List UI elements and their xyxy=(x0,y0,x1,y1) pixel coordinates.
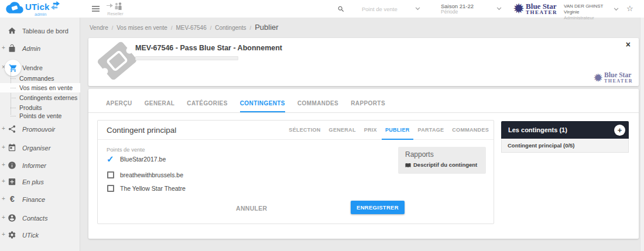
reseller-logo[interactable]: Reseller xyxy=(107,2,124,16)
app-window: UTick admin Reseller Point de vente xyxy=(0,0,644,251)
org-logo: ✹ Blue Star THEATER xyxy=(513,2,557,16)
sidebar-item-contacts[interactable]: + Contacts xyxy=(0,213,80,224)
expander-plus-icon[interactable]: + xyxy=(2,215,5,221)
breadcrumb-link[interactable]: MEV-67546 xyxy=(176,25,206,31)
tab-apercu[interactable]: APERÇU xyxy=(106,100,132,112)
topbar: UTick admin Reseller Point de vente xyxy=(0,0,644,18)
rapports-descriptif-link[interactable]: Descriptif du contingent xyxy=(405,161,477,168)
cancel-button[interactable]: ANNULER xyxy=(236,205,267,212)
checkbox-checked-icon: ✓ xyxy=(107,155,115,163)
search-icon[interactable] xyxy=(337,5,345,15)
sidebar-item-label: Organiser xyxy=(22,145,50,152)
subtab-general[interactable]: GENERAL xyxy=(329,121,356,139)
reseller-people-icon xyxy=(107,2,124,12)
breadcrumb-current: Publier xyxy=(255,23,278,32)
page-title: MEV-67546 - Pass Blue Star - Abonnement xyxy=(135,44,282,52)
expander-plus-icon[interactable]: + xyxy=(2,162,5,168)
sidebar-item-admin[interactable]: + Admin xyxy=(0,43,80,54)
scrollbar-track[interactable] xyxy=(640,18,644,251)
sidebar-item-utick[interactable]: + UTick xyxy=(0,230,80,240)
sidebar-item-label: Admin xyxy=(22,45,40,52)
sidebar-item-label: Vendre xyxy=(22,64,43,71)
person-icon xyxy=(8,214,17,223)
contingent-panel-header: Contingent principal SÉLECTION GENERAL P… xyxy=(98,121,494,140)
gears-icon xyxy=(8,231,17,240)
starburst-icon: ✹ xyxy=(593,72,603,84)
close-icon[interactable]: × xyxy=(626,40,631,49)
point-de-vente-dropdown[interactable]: Point de vente xyxy=(362,0,420,18)
checkbox-bluestar2017[interactable]: ✓ BlueStar2017.be xyxy=(107,154,166,164)
sidebar-item-vendre[interactable]: × Vendre xyxy=(0,63,80,73)
contingents-list-header: Les contingents (1) + xyxy=(501,121,629,139)
expander-plus-icon[interactable]: + xyxy=(2,196,5,202)
contingent-panel: Contingent principal SÉLECTION GENERAL P… xyxy=(97,120,494,224)
points-de-vente-label: Points de vente xyxy=(107,146,145,153)
breadcrumb-link[interactable]: Vos mises en vente xyxy=(117,25,167,31)
tab-categories[interactable]: CATÉGORIES xyxy=(187,100,227,112)
hamburger-menu-icon[interactable] xyxy=(92,6,100,12)
expander-plus-icon[interactable]: + xyxy=(2,145,5,150)
add-contingent-button[interactable]: + xyxy=(614,125,625,136)
sidebar-item-label: Promouvoir xyxy=(22,126,55,133)
point-de-vente-placeholder: Point de vente xyxy=(362,6,398,12)
chevron-down-icon xyxy=(415,7,420,11)
user-role: Administrateur xyxy=(564,15,614,21)
tab-contingents[interactable]: CONTINGENTS xyxy=(240,100,285,112)
sidebar-subitem-commandes[interactable]: Commandes xyxy=(0,74,80,83)
chevron-down-icon[interactable] xyxy=(614,8,619,11)
sidebar-item-label: Finance xyxy=(22,196,45,203)
book-icon xyxy=(405,162,411,168)
contingent-subtabs: SÉLECTION GENERAL PRIX PUBLIER PARTAGE C… xyxy=(289,121,489,139)
share-icon xyxy=(8,125,17,134)
expander-plus-icon[interactable]: + xyxy=(2,45,5,51)
breadcrumb-link[interactable]: Contingents xyxy=(215,25,246,31)
subtab-commandes[interactable]: COMMANDES xyxy=(452,121,489,139)
logo-subtitle: admin xyxy=(35,12,60,17)
logo-title: UTick xyxy=(25,2,50,11)
tab-rapports[interactable]: RAPPORTS xyxy=(351,100,385,112)
sidebar-item-label: Contacts xyxy=(22,215,47,222)
cloud-logo-icon xyxy=(6,1,23,16)
sidebar-item-en-plus[interactable]: + En plus xyxy=(0,177,80,187)
sidebar-item-label: UTick xyxy=(22,232,39,239)
sidebar-subitem-points-de-vente[interactable]: Points de vente xyxy=(0,111,80,121)
contingent-title: Contingent principal xyxy=(107,126,176,135)
checkbox-unchecked-icon xyxy=(107,171,114,178)
subtab-partage[interactable]: PARTAGE xyxy=(418,121,444,139)
expander-plus-icon[interactable]: + xyxy=(2,126,5,132)
sidebar-item-label: Informer xyxy=(22,162,46,169)
save-button[interactable]: ENREGISTRER xyxy=(351,201,405,214)
utick-logo[interactable]: UTick admin xyxy=(6,1,60,17)
expander-plus-icon[interactable]: + xyxy=(2,178,5,184)
main-tabs: APERÇU GENERAL CATÉGORIES CONTINGENTS CO… xyxy=(88,89,639,113)
sidebar-item-label: En plus xyxy=(22,178,44,185)
sidebar-item-tableau-de-bord[interactable]: Tableau de bord xyxy=(0,26,80,36)
contingent-list-item[interactable]: Contingent principal (0/5) xyxy=(501,139,629,153)
tab-general[interactable]: GENERAL xyxy=(145,100,175,112)
lock-open-icon xyxy=(8,44,17,53)
breadcrumb-link[interactable]: Vendre xyxy=(90,25,108,31)
subtab-publier[interactable]: PUBLIER xyxy=(385,121,410,139)
ticket-icon xyxy=(98,42,136,81)
reseller-label: Reseller xyxy=(107,12,124,16)
sidebar-item-organiser[interactable]: + Organiser xyxy=(0,143,80,153)
checkbox-yellow-star-theatre[interactable]: The Yellow Star Theatre xyxy=(107,184,186,193)
title-placeholder-bar xyxy=(135,56,238,60)
checkbox-breathewithbrussels[interactable]: breathewithbrussels.be xyxy=(107,170,183,180)
calendar-icon xyxy=(8,143,17,153)
sidebar-item-informer[interactable]: + Informer xyxy=(0,160,80,171)
subtab-selection[interactable]: SÉLECTION xyxy=(289,121,320,139)
info-icon xyxy=(8,161,17,170)
sidebar-item-finance[interactable]: + € Finance xyxy=(0,194,80,205)
favorite-star-icon[interactable]: ☆ xyxy=(626,4,633,13)
subtab-prix[interactable]: PRIX xyxy=(364,121,377,139)
sidebar-item-promouvoir[interactable]: + Promouvoir xyxy=(0,124,80,135)
chevron-down-icon xyxy=(496,7,502,11)
tab-commandes[interactable]: COMMANDES xyxy=(297,100,338,112)
sidebar-subitem-contingents-externes[interactable]: Contingents externes xyxy=(0,93,80,102)
user-menu[interactable]: VAN DER GHINST Virginie Administrateur xyxy=(564,4,614,21)
season-dropdown[interactable]: Saison 21-22 Période xyxy=(441,0,502,18)
logo-arrows-icon xyxy=(51,1,60,12)
sidebar-subitem-vos-mises-en-vente[interactable]: Vos mises en vente xyxy=(0,83,80,92)
expander-plus-icon[interactable]: + xyxy=(2,232,5,238)
